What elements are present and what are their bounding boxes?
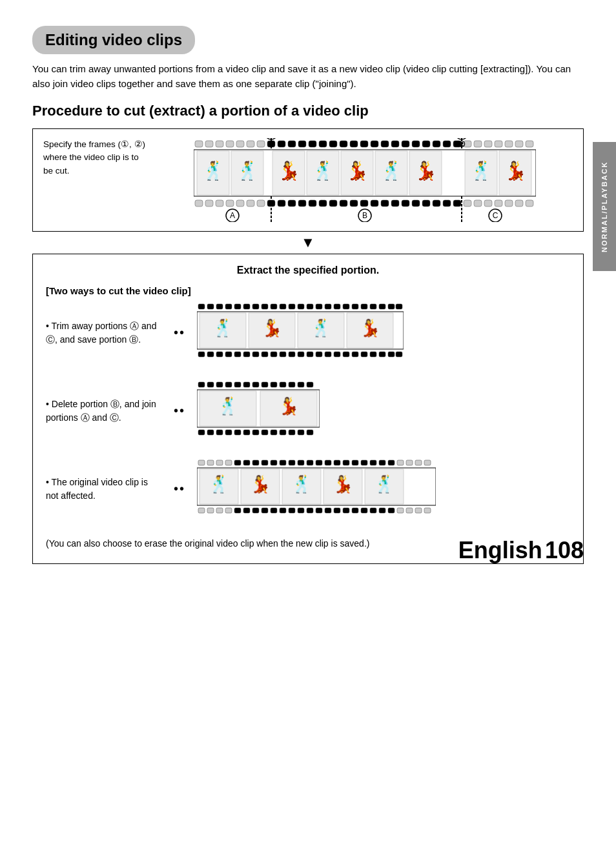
svg-rect-161: [262, 382, 268, 387]
svg-rect-237: [334, 508, 340, 513]
extract-box: Extract the specified portion. [Two ways…: [32, 254, 584, 564]
svg-rect-134: [225, 352, 232, 357]
svg-rect-108: [280, 304, 286, 309]
svg-rect-196: [298, 460, 304, 465]
svg-text:🕺: 🕺: [311, 318, 332, 338]
svg-rect-149: [361, 352, 367, 357]
svg-text:💃: 💃: [415, 160, 437, 181]
svg-rect-186: [207, 460, 214, 465]
svg-rect-23: [433, 141, 440, 147]
svg-rect-190: [243, 460, 250, 465]
svg-rect-82: [422, 200, 430, 207]
extract-title: Extract the specified portion.: [46, 265, 570, 276]
svg-rect-110: [298, 304, 304, 309]
filmstrip-method1: 🕺 💃 🕺 💃: [197, 303, 570, 363]
svg-rect-10: [298, 141, 306, 147]
svg-rect-159: [243, 382, 250, 387]
svg-rect-185: [198, 460, 205, 465]
svg-rect-222: [198, 508, 205, 513]
svg-rect-194: [280, 460, 286, 465]
svg-rect-0: [195, 141, 203, 147]
svg-rect-163: [280, 382, 286, 387]
svg-rect-177: [243, 430, 250, 435]
svg-rect-205: [379, 460, 385, 465]
page-wrapper: NORMAL/PLAYBACK Editing video clips You …: [0, 0, 616, 590]
svg-rect-139: [271, 352, 277, 357]
dot-dot-3: ••: [174, 481, 185, 496]
svg-rect-230: [271, 508, 277, 513]
method-3-text: • The original video clip is not affecte…: [46, 476, 162, 503]
svg-rect-20: [402, 141, 409, 147]
svg-rect-133: [216, 352, 223, 357]
side-tab: NORMAL/PLAYBACK: [593, 142, 616, 271]
svg-rect-225: [225, 508, 232, 513]
svg-rect-87: [474, 200, 482, 207]
svg-rect-243: [388, 508, 395, 513]
svg-rect-24: [443, 141, 451, 147]
svg-rect-143: [307, 352, 313, 357]
svg-rect-150: [370, 352, 376, 357]
svg-text:💃: 💃: [262, 318, 283, 338]
svg-rect-174: [216, 430, 223, 435]
svg-rect-199: [325, 460, 331, 465]
svg-rect-111: [307, 304, 313, 309]
svg-rect-73: [329, 200, 337, 207]
svg-rect-202: [352, 460, 358, 465]
svg-rect-165: [298, 382, 304, 387]
method-row-1: • Trim away portions Ⓐ and Ⓒ, and save p…: [46, 303, 570, 363]
svg-rect-18: [381, 141, 389, 147]
svg-rect-166: [307, 382, 313, 387]
svg-rect-66: [257, 200, 265, 207]
svg-rect-241: [370, 508, 376, 513]
svg-rect-247: [424, 508, 431, 513]
svg-text:💃: 💃: [346, 160, 369, 181]
svg-rect-206: [388, 460, 395, 465]
svg-rect-148: [352, 352, 358, 357]
dot-dot-1: ••: [174, 325, 185, 340]
svg-rect-184: [307, 430, 313, 435]
svg-rect-234: [307, 508, 313, 513]
svg-rect-101: [216, 304, 223, 309]
svg-rect-28: [484, 141, 492, 147]
svg-rect-181: [280, 430, 286, 435]
svg-rect-32: [526, 141, 533, 147]
svg-rect-226: [234, 508, 241, 513]
svg-rect-89: [495, 200, 502, 207]
svg-rect-120: [388, 304, 395, 309]
svg-rect-2: [216, 141, 223, 147]
svg-rect-15: [350, 141, 358, 147]
svg-rect-204: [370, 460, 376, 465]
svg-rect-72: [319, 200, 327, 207]
cut-methods-title: [Two ways to cut the video clip]: [46, 285, 570, 296]
svg-text:🕺: 🕺: [212, 318, 234, 338]
svg-rect-60: [195, 200, 203, 207]
svg-text:C: C: [493, 211, 498, 220]
svg-rect-19: [391, 141, 399, 147]
svg-rect-223: [207, 508, 214, 513]
svg-rect-197: [307, 460, 313, 465]
svg-rect-208: [406, 460, 413, 465]
svg-rect-188: [225, 460, 232, 465]
svg-rect-86: [464, 200, 471, 207]
svg-rect-209: [415, 460, 422, 465]
svg-rect-92: [526, 200, 533, 207]
svg-rect-155: [207, 382, 214, 387]
svg-rect-88: [484, 200, 492, 207]
svg-rect-68: [278, 200, 285, 207]
svg-rect-62: [216, 200, 223, 207]
svg-rect-9: [288, 141, 296, 147]
svg-text:🕺: 🕺: [470, 160, 493, 181]
svg-rect-112: [316, 304, 322, 309]
svg-rect-189: [234, 460, 241, 465]
svg-rect-153: [396, 352, 402, 357]
dot-dot-2: ••: [174, 403, 185, 418]
filmstrip-method3: 🕺 💃 🕺 💃: [197, 459, 570, 519]
svg-rect-16: [360, 141, 368, 147]
svg-text:💃: 💃: [360, 318, 381, 338]
diagram-label: Specify the frames (①, ②) where the vide…: [43, 138, 147, 177]
svg-rect-156: [216, 382, 223, 387]
svg-rect-144: [316, 352, 322, 357]
svg-rect-160: [252, 382, 259, 387]
svg-rect-99: [198, 304, 205, 309]
svg-rect-78: [381, 200, 389, 207]
